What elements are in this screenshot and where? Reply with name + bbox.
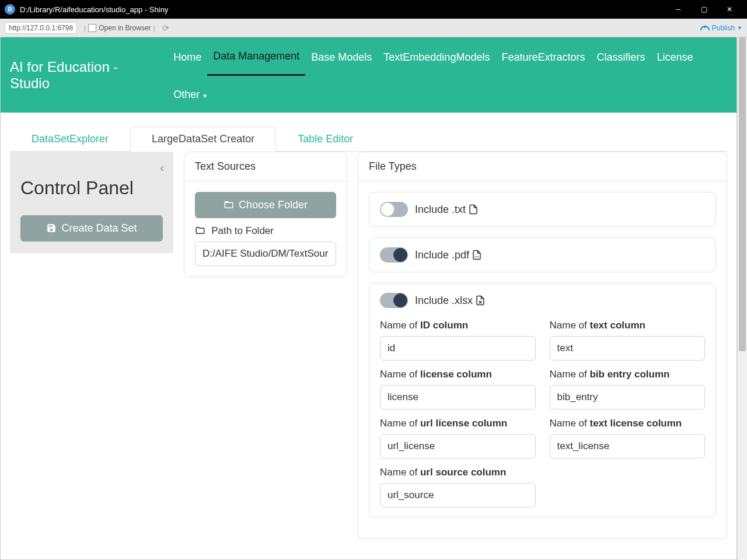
nav-base-models[interactable]: Base Models [305, 38, 378, 75]
text-sources-title: Text Sources [184, 152, 347, 181]
include-xlsx-toggle[interactable] [380, 293, 408, 308]
create-data-set-label: Create Data Set [61, 222, 137, 235]
text-license-column-label: Name of text license column [550, 418, 706, 429]
include-txt-block: Include .txt [369, 192, 716, 227]
nav-other[interactable]: Other▼ [167, 76, 214, 113]
nav-feature-extractors[interactable]: FeatureExtractors [495, 38, 591, 75]
include-pdf-label: Include .pdf PDF [415, 249, 482, 261]
nav-classifiers[interactable]: Classifiers [591, 38, 651, 75]
file-xlsx-icon [475, 295, 486, 306]
text-column-label: Name of text column [550, 320, 706, 331]
id-column-input[interactable] [380, 336, 536, 360]
include-pdf-block: Include .pdf PDF [369, 237, 716, 272]
include-txt-label: Include .txt [415, 204, 479, 216]
choose-folder-button[interactable]: Choose Folder [195, 192, 336, 218]
viewer-toolbar: http://127.0.0.1:6798 | Open in Browser … [0, 19, 747, 37]
publish-button[interactable]: Publish ▼ [700, 24, 742, 32]
vertical-scrollbar[interactable] [737, 37, 747, 560]
url-source-column-input[interactable] [380, 483, 536, 508]
tab-table-editor[interactable]: Table Editor [276, 127, 375, 152]
include-txt-toggle[interactable] [380, 202, 408, 217]
file-txt-icon [468, 204, 479, 215]
refresh-button[interactable]: ⟳ [162, 23, 169, 33]
create-data-set-button[interactable]: Create Data Set [20, 215, 163, 242]
control-panel-heading: Control Panel [20, 177, 163, 199]
open-in-browser-button[interactable]: Open in Browser [88, 24, 151, 32]
path-to-folder-label: Path to Folder [195, 225, 336, 237]
url-display: http://127.0.0.1:6798 [5, 22, 77, 34]
browser-icon [88, 24, 96, 32]
app-brand: AI for Education - Studio [10, 59, 157, 92]
app-icon: R [5, 4, 15, 15]
id-column-label: Name of ID column [380, 320, 536, 331]
url-source-column-label: Name of url source column [380, 467, 536, 478]
tab-largedataset-creator[interactable]: LargeDataSet Creator [130, 127, 276, 152]
text-license-column-input[interactable] [550, 434, 706, 459]
file-types-title: File Types [358, 152, 727, 181]
tab-dataset-explorer[interactable]: DataSetExplorer [10, 127, 130, 152]
save-icon [46, 222, 57, 235]
nav-text-embedding-models[interactable]: TextEmbeddingModels [378, 38, 495, 75]
nav-data-management[interactable]: Data Management [207, 37, 305, 76]
bib-entry-column-input[interactable] [550, 385, 706, 410]
file-pdf-icon: PDF [472, 250, 482, 261]
publish-icon [700, 26, 710, 30]
control-panel-sidebar: ‹ Control Panel Create Data Set [10, 152, 173, 253]
nav-license[interactable]: License [651, 38, 699, 75]
choose-folder-label: Choose Folder [239, 199, 308, 211]
text-sources-panel: Text Sources Choose Folder Path to Folde… [184, 152, 347, 277]
path-to-folder-input[interactable] [195, 242, 336, 266]
file-types-panel: File Types Include .txt [358, 152, 727, 539]
include-xlsx-label: Include .xlsx [415, 295, 486, 307]
url-license-column-label: Name of url license column [380, 418, 536, 429]
window-titlebar: R D:/Library/R/aifeducation/studio_app -… [0, 0, 747, 19]
folder-open-icon [224, 199, 234, 211]
nav-home[interactable]: Home [167, 38, 207, 75]
main-navbar: AI for Education - Studio Home Data Mana… [1, 37, 736, 113]
window-title: D:/Library/R/aifeducation/studio_app - S… [20, 5, 665, 14]
text-column-input[interactable] [550, 336, 706, 360]
publish-label: Publish [712, 24, 735, 32]
sub-tabs: DataSetExplorer LargeDataSet Creator Tab… [10, 127, 727, 152]
license-column-label: Name of license column [380, 369, 536, 380]
license-column-input[interactable] [380, 385, 536, 410]
url-license-column-input[interactable] [380, 434, 536, 459]
sidebar-collapse-button[interactable]: ‹ [160, 161, 164, 174]
window-minimize-button[interactable]: ─ [665, 0, 691, 19]
include-xlsx-block: Include .xlsx Name of ID column Nam [369, 283, 716, 517]
bib-entry-column-label: Name of bib entry column [550, 369, 706, 380]
include-pdf-toggle[interactable] [380, 247, 408, 262]
svg-text:PDF: PDF [474, 256, 479, 258]
window-maximize-button[interactable]: ▢ [691, 0, 717, 19]
folder-icon [195, 226, 208, 236]
window-close-button[interactable]: ✕ [717, 0, 742, 19]
open-in-browser-label: Open in Browser [99, 24, 151, 32]
